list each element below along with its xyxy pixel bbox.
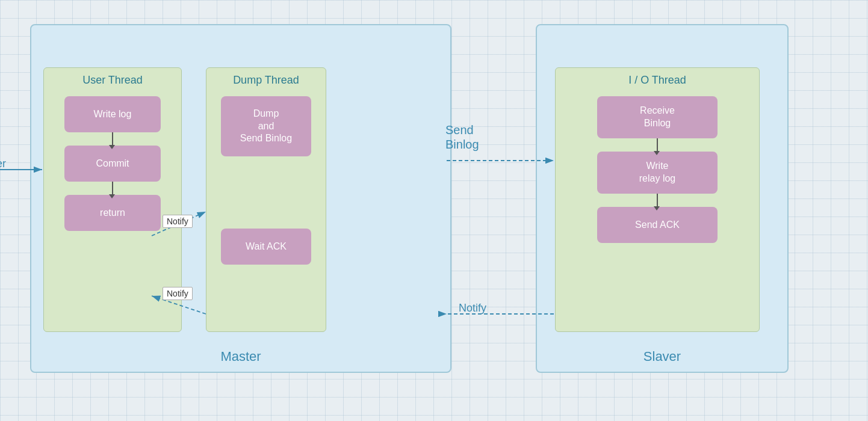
commit-box: Commit [64, 146, 161, 182]
master-box: Master User User Thread Write log Commit [30, 24, 451, 373]
write-relay-box: Write relay log [597, 152, 718, 194]
io-thread-panel: I / O Thread Receive Binlog Write relay … [555, 67, 760, 332]
user-thread-title: User Thread [44, 68, 181, 90]
master-label: Master [220, 349, 261, 364]
dump-thread-panel: Dump Thread Dump and Send Binlog Wait AC… [206, 67, 326, 332]
notify-badge-1: Notify [163, 215, 193, 228]
diagram-container: Master User User Thread Write log Commit [30, 24, 837, 397]
user-label: User [0, 158, 6, 170]
notify-main-label: Notify [459, 302, 486, 315]
dump-send-box: Dump and Send Binlog [221, 96, 311, 156]
io-thread-title: I / O Thread [556, 68, 759, 90]
notify-badge-2: Notify [163, 287, 193, 300]
user-thread-panel: User Thread Write log Commit [43, 67, 182, 332]
write-log-box: Write log [64, 96, 161, 132]
return-box: return [64, 195, 161, 231]
receive-binlog-box: Receive Binlog [597, 96, 718, 138]
slaver-label: Slaver [643, 349, 681, 364]
slaver-box: Slaver I / O Thread Receive Binlog Write… [536, 24, 789, 373]
send-ack-box: Send ACK [597, 207, 718, 243]
dump-thread-title: Dump Thread [206, 68, 326, 90]
send-binlog-label: Send Binlog [445, 108, 479, 152]
wait-ack-box: Wait ACK [221, 229, 311, 265]
